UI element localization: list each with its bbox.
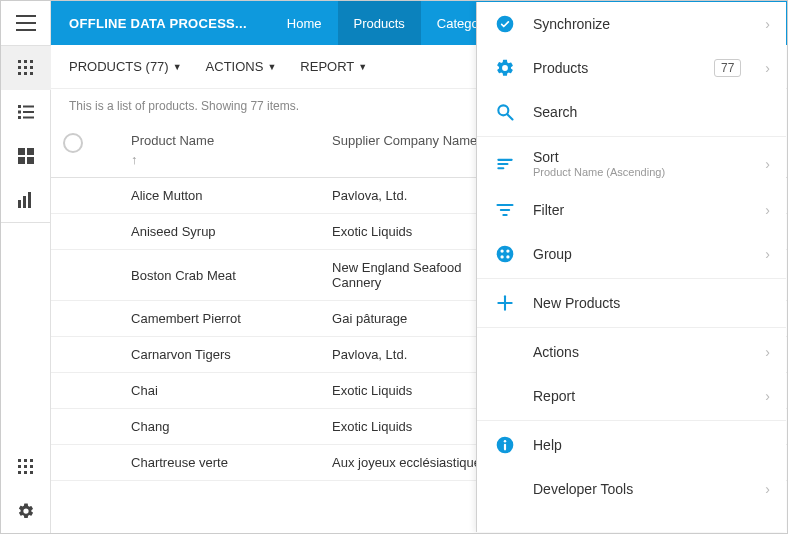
column-select[interactable] [51, 123, 119, 178]
menu-item-developer-tools[interactable]: Developer Tools› [477, 467, 786, 511]
caret-down-icon: ▼ [173, 62, 182, 72]
svg-point-42 [506, 249, 509, 252]
svg-rect-7 [24, 72, 27, 75]
svg-rect-29 [24, 471, 27, 474]
svg-rect-14 [23, 117, 34, 119]
nav-item-products[interactable]: Products [338, 1, 421, 45]
menu-item-synchronize[interactable]: Synchronize› [477, 2, 786, 46]
svg-rect-49 [504, 444, 506, 451]
svg-rect-21 [28, 192, 31, 208]
svg-rect-12 [23, 111, 34, 113]
caret-down-icon: ▼ [358, 62, 367, 72]
settings-icon[interactable] [1, 489, 51, 533]
view-grid-small-icon[interactable] [1, 46, 51, 90]
menu-item-report[interactable]: Report› [477, 374, 786, 418]
svg-rect-16 [27, 148, 34, 155]
blank-icon [495, 479, 515, 499]
svg-rect-3 [18, 66, 21, 69]
group-icon [495, 244, 515, 264]
svg-rect-0 [18, 60, 21, 63]
column-product-name[interactable]: Product Name↑ [119, 123, 320, 178]
svg-point-48 [504, 440, 507, 443]
chevron-right-icon: › [765, 388, 770, 404]
svg-rect-6 [18, 72, 21, 75]
chevron-right-icon: › [765, 246, 770, 262]
svg-rect-1 [24, 60, 27, 63]
svg-rect-23 [24, 459, 27, 462]
menu-separator [477, 278, 786, 279]
svg-rect-24 [30, 459, 33, 462]
chevron-right-icon: › [765, 202, 770, 218]
svg-rect-4 [24, 66, 27, 69]
apps-icon[interactable] [1, 445, 51, 489]
svg-rect-26 [24, 465, 27, 468]
menu-item-new-products[interactable]: New Products [477, 281, 786, 325]
sort-icon [495, 154, 515, 174]
menu-separator [477, 136, 786, 137]
menu-separator [477, 327, 786, 328]
svg-rect-10 [23, 106, 34, 108]
chevron-right-icon: › [765, 16, 770, 32]
caret-down-icon: ▼ [267, 62, 276, 72]
menu-label: Search [533, 104, 770, 120]
menu-item-help[interactable]: Help [477, 423, 786, 467]
svg-line-33 [508, 115, 513, 120]
blank-icon [495, 342, 515, 362]
svg-rect-30 [30, 471, 33, 474]
cell-name: Aniseed Syrup [119, 214, 320, 250]
chevron-right-icon: › [765, 344, 770, 360]
svg-rect-17 [18, 157, 25, 164]
svg-rect-15 [18, 148, 25, 155]
info-icon [495, 435, 515, 455]
menu-label: Report [533, 388, 747, 404]
app-title: OFFLINE DATA PROCESS... [69, 16, 247, 31]
menu-label: New Products [533, 295, 770, 311]
view-grid-large-icon[interactable] [1, 134, 51, 178]
search-icon [495, 102, 515, 122]
svg-rect-5 [30, 66, 33, 69]
cell-name: Chartreuse verte [119, 445, 320, 481]
svg-rect-11 [18, 111, 21, 114]
menu-item-search[interactable]: Search [477, 90, 786, 134]
menu-item-filter[interactable]: Filter› [477, 188, 786, 232]
menu-label: SortProduct Name (Ascending) [533, 149, 747, 178]
svg-point-43 [500, 255, 503, 258]
nav-item-home[interactable]: Home [271, 1, 338, 45]
menu-item-sort[interactable]: SortProduct Name (Ascending)› [477, 139, 786, 188]
svg-point-40 [497, 246, 514, 263]
menu-label: Synchronize [533, 16, 747, 32]
svg-rect-22 [18, 459, 21, 462]
menu-separator [477, 420, 786, 421]
menu-label: Actions [533, 344, 747, 360]
left-rail [1, 1, 51, 533]
cell-name: Camembert Pierrot [119, 301, 320, 337]
cell-name: Chang [119, 409, 320, 445]
svg-point-41 [500, 249, 503, 252]
toolbar-products[interactable]: PRODUCTS (77) ▼ [69, 59, 182, 74]
sort-asc-icon: ↑ [131, 152, 308, 167]
svg-rect-2 [30, 60, 33, 63]
menu-badge: 77 [714, 59, 741, 77]
svg-rect-28 [18, 471, 21, 474]
menu-label: Developer Tools [533, 481, 747, 497]
toolbar-report[interactable]: REPORT ▼ [300, 59, 367, 74]
toolbar-actions[interactable]: ACTIONS ▼ [206, 59, 277, 74]
chevron-right-icon: › [765, 481, 770, 497]
svg-point-44 [506, 255, 509, 258]
menu-label: Help [533, 437, 770, 453]
view-list-icon[interactable] [1, 90, 51, 134]
menu-label: Group [533, 246, 747, 262]
menu-icon[interactable] [1, 1, 51, 45]
menu-item-actions[interactable]: Actions› [477, 330, 786, 374]
svg-rect-13 [18, 116, 21, 119]
menu-label: Filter [533, 202, 747, 218]
view-chart-icon[interactable] [1, 178, 51, 222]
blank-icon [495, 386, 515, 406]
cell-name: Boston Crab Meat [119, 250, 320, 301]
menu-item-products[interactable]: Products77› [477, 46, 786, 90]
svg-rect-27 [30, 465, 33, 468]
svg-rect-19 [18, 200, 21, 208]
menu-label: Products [533, 60, 696, 76]
menu-item-group[interactable]: Group› [477, 232, 786, 276]
svg-rect-9 [18, 105, 21, 108]
